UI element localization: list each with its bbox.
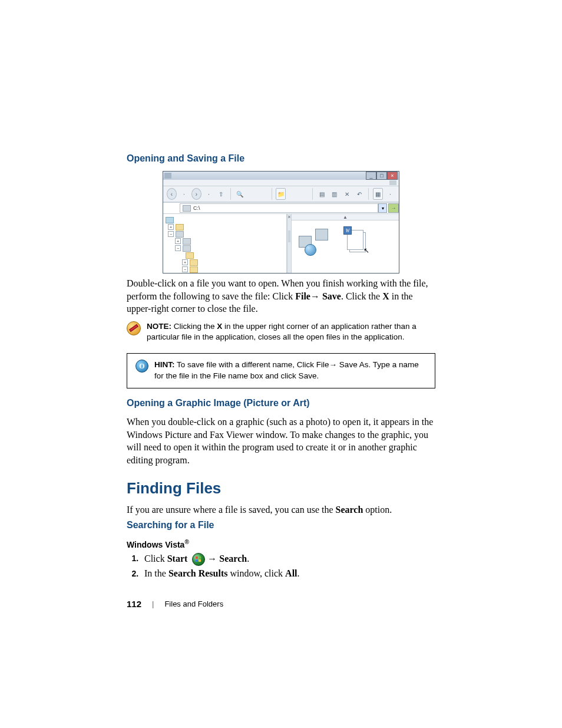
tree-item[interactable]: + bbox=[166, 238, 284, 245]
desktop-icon bbox=[166, 217, 174, 223]
expand-icon[interactable]: + bbox=[175, 238, 181, 244]
search-label: Search bbox=[219, 553, 247, 563]
move-to-icon[interactable]: ▤ bbox=[317, 188, 327, 200]
footer-section-title: Files and Folders bbox=[164, 599, 223, 608]
forward-button[interactable]: › bbox=[191, 188, 201, 200]
cursor-icon: ↖ bbox=[363, 246, 369, 255]
undo-icon[interactable]: ↶ bbox=[354, 188, 364, 200]
subheading-vista: Windows Vista® bbox=[127, 539, 435, 549]
network-places-icon[interactable] bbox=[299, 229, 334, 261]
heading-searching: Searching for a File bbox=[127, 520, 435, 531]
grip-icon bbox=[288, 230, 290, 242]
pencil-icon bbox=[130, 325, 137, 331]
x-reference: X bbox=[217, 322, 222, 331]
pane-splitter[interactable]: × bbox=[287, 214, 292, 273]
folder-icon bbox=[176, 224, 184, 230]
toolbar: ‹ · › · ⇧ 🔍 📁 ▤ ▥ ✕ ↶ ▦ · bbox=[163, 186, 399, 202]
tree-item[interactable]: + bbox=[166, 223, 284, 230]
collapse-icon[interactable]: − bbox=[175, 245, 181, 251]
drive-icon bbox=[183, 205, 191, 212]
back-button[interactable]: ‹ bbox=[167, 188, 177, 200]
all-label: All bbox=[285, 568, 297, 578]
footer-divider: | bbox=[152, 599, 154, 608]
note-label: NOTE: bbox=[147, 322, 171, 331]
toolbar-separator bbox=[368, 188, 369, 200]
tree-item[interactable]: − bbox=[166, 245, 284, 252]
page-number: 112 bbox=[127, 599, 141, 609]
word-badge-icon: W bbox=[343, 226, 352, 235]
search-term: Search bbox=[336, 505, 363, 515]
windows-flag-icon bbox=[196, 556, 201, 562]
app-icon bbox=[164, 173, 171, 179]
hint-label: HINT: bbox=[154, 360, 175, 369]
heading-finding-files: Finding Files bbox=[127, 479, 435, 498]
maximize-button[interactable]: □ bbox=[376, 172, 387, 180]
delete-icon[interactable]: ✕ bbox=[342, 188, 352, 200]
views-caret-icon[interactable]: · bbox=[385, 188, 395, 200]
up-button[interactable]: ⇧ bbox=[216, 188, 226, 200]
paragraph-open-save: Double-click on a file you want to open.… bbox=[127, 277, 435, 315]
page-footer: 112 | Files and Folders bbox=[127, 599, 435, 609]
tree-item-desktop[interactable] bbox=[166, 216, 284, 223]
minimize-button[interactable]: _ bbox=[366, 172, 376, 180]
menu-bar bbox=[163, 180, 399, 186]
drive-icon bbox=[183, 238, 191, 245]
address-dropdown[interactable]: ▾ bbox=[378, 203, 387, 213]
expand-icon[interactable]: + bbox=[168, 224, 174, 230]
address-path: C:\ bbox=[193, 205, 200, 211]
document-icon[interactable]: W ↖ bbox=[346, 229, 367, 252]
folder-icon bbox=[190, 259, 198, 266]
x-reference: X bbox=[382, 291, 389, 301]
dropdown-caret-icon[interactable]: · bbox=[204, 188, 214, 200]
collapse-icon[interactable]: − bbox=[182, 266, 188, 272]
go-button[interactable]: → bbox=[388, 203, 399, 213]
tree-item[interactable]: − bbox=[166, 266, 284, 273]
expand-icon[interactable]: + bbox=[182, 259, 188, 265]
window-controls: _ □ × bbox=[366, 172, 398, 180]
folder-icon bbox=[190, 266, 198, 273]
hint-icon: O bbox=[135, 360, 148, 373]
tree-item[interactable] bbox=[166, 252, 284, 259]
note-block: NOTE: Clicking the X in the upper right … bbox=[127, 321, 435, 342]
note-icon bbox=[127, 321, 141, 335]
document-page: Opening and Saving a File _ □ × ‹ · › · … bbox=[0, 0, 562, 644]
heading-opening-saving: Opening and Saving a File bbox=[127, 153, 435, 164]
toolbar-separator bbox=[230, 188, 231, 200]
column-header[interactable]: ▲ bbox=[292, 214, 399, 220]
menu-path-file-save: File→ Save bbox=[295, 291, 341, 301]
address-bar: C:\ ▾ → bbox=[163, 202, 399, 214]
registered-mark: ® bbox=[184, 539, 189, 545]
tree-item[interactable]: + bbox=[166, 259, 284, 266]
drive-icon bbox=[183, 245, 191, 252]
start-orb-icon bbox=[192, 553, 205, 566]
close-button[interactable]: × bbox=[387, 172, 398, 180]
collapse-icon[interactable]: − bbox=[168, 231, 174, 237]
file-list-pane: ▲ W ↖ bbox=[292, 214, 399, 273]
step-2: In the Search Results window, click All. bbox=[141, 568, 435, 579]
folder-tree: + − + − + − bbox=[163, 214, 287, 273]
paragraph-graphic: When you double-click on a graphic (such… bbox=[127, 416, 435, 466]
note-text: NOTE: Clicking the X in the upper right … bbox=[147, 321, 435, 342]
toolbar-separator bbox=[272, 188, 272, 200]
dropdown-caret-icon[interactable]: · bbox=[179, 188, 189, 200]
folders-button[interactable]: 📁 bbox=[276, 188, 286, 200]
search-results-label: Search Results bbox=[168, 568, 228, 578]
menu-logo-icon bbox=[389, 180, 396, 185]
address-field[interactable]: C:\ bbox=[180, 203, 378, 213]
step-1: Click Start → Search. bbox=[141, 553, 435, 566]
search-icon[interactable]: 🔍 bbox=[235, 188, 245, 200]
explorer-window-screenshot: _ □ × ‹ · › · ⇧ 🔍 📁 ▤ ▥ ✕ ↶ ▦ bbox=[163, 171, 399, 274]
hint-text: HINT: To save file with a different name… bbox=[154, 360, 427, 382]
hint-block: O HINT: To save file with a different na… bbox=[127, 353, 435, 388]
start-label: Start bbox=[167, 553, 188, 563]
tree-item[interactable]: − bbox=[166, 230, 284, 238]
window-titlebar: _ □ × bbox=[163, 172, 399, 180]
computer-icon bbox=[176, 231, 184, 238]
content-area: + − + − + − × ▲ bbox=[163, 214, 399, 273]
folder-icon bbox=[186, 252, 194, 259]
close-pane-icon[interactable]: × bbox=[287, 214, 291, 220]
copy-to-icon[interactable]: ▥ bbox=[329, 188, 339, 200]
views-button[interactable]: ▦ bbox=[373, 188, 383, 200]
toolbar-separator bbox=[312, 188, 313, 200]
paragraph-finding: If you are unsure where a file is saved,… bbox=[127, 503, 435, 516]
